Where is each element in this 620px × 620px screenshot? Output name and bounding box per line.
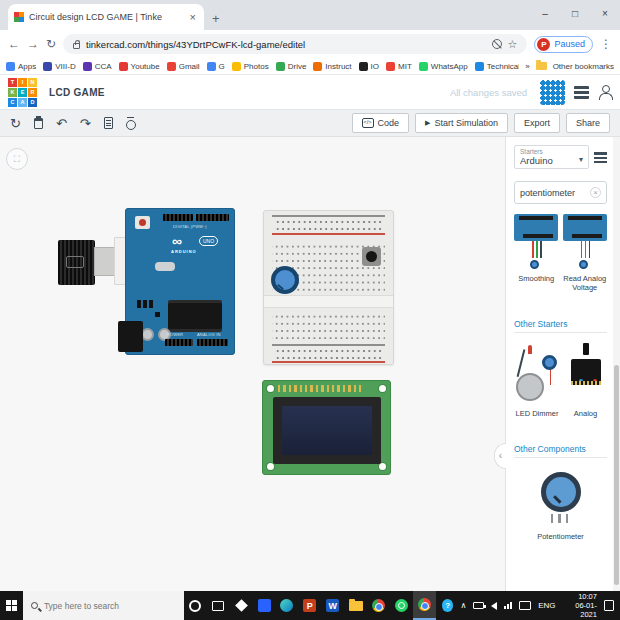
zoom-to-fit-button[interactable]: ⛶ — [6, 148, 28, 170]
tray-expand-icon[interactable]: ∧ — [460, 601, 466, 610]
other-starters-heading: Other Starters — [514, 319, 607, 333]
powerpoint-icon: P — [303, 599, 316, 612]
starter-card-led-dimmer[interactable]: LED Dimmer — [514, 343, 560, 418]
taskbar-app-edge[interactable] — [275, 591, 298, 620]
bookmark-item[interactable]: Drive — [276, 62, 307, 71]
taskbar-app-file-explorer[interactable] — [344, 591, 367, 620]
eye-off-icon[interactable] — [492, 39, 502, 49]
undo-icon[interactable]: ↶ — [56, 117, 67, 130]
rotate-icon[interactable]: ↻ — [10, 117, 21, 130]
bookmark-favicon — [119, 62, 128, 71]
bookmark-item[interactable]: Apps — [6, 62, 36, 71]
usb-cable-connector[interactable] — [58, 240, 95, 285]
profile-avatar[interactable]: P — [537, 38, 550, 51]
bookmark-item[interactable]: IO — [359, 62, 379, 71]
component-search[interactable]: × — [514, 181, 607, 204]
bookmark-favicon — [313, 62, 322, 71]
tab-close-icon[interactable]: × — [188, 11, 198, 23]
bookmark-star-icon[interactable]: ☆ — [508, 38, 518, 51]
share-button[interactable]: Share — [566, 113, 610, 133]
starter-card-read-analog[interactable]: Read Analog Voltage — [563, 214, 608, 293]
lock-icon — [73, 43, 80, 49]
help-icon[interactable]: ? — [442, 599, 454, 612]
logo-tile: C — [8, 98, 17, 107]
arduino-uno-board[interactable]: DIGITAL (PWM~) ∞ UNO ARDUINO POWER ANALO… — [125, 208, 235, 355]
taskbar-app-blue[interactable] — [253, 591, 276, 620]
start-simulation-button[interactable]: ▶ Start Simulation — [415, 113, 508, 133]
delete-icon[interactable] — [34, 118, 43, 129]
mounting-hole — [379, 463, 386, 470]
language-indicator[interactable]: ENG — [538, 601, 555, 610]
task-view-button[interactable] — [207, 591, 230, 620]
minimize-button[interactable]: – — [530, 0, 560, 30]
taskbar-search-input[interactable] — [44, 601, 176, 611]
address-bar[interactable]: tinkercad.com/things/43YDrtPCwFK-lcd-gam… — [63, 34, 527, 54]
forward-button[interactable]: → — [27, 37, 39, 51]
list-view-icon[interactable] — [594, 152, 607, 163]
bookmark-item[interactable]: TechnicalHut — [475, 62, 519, 71]
breadboard-view-button[interactable] — [540, 80, 565, 105]
taskbar-clock[interactable]: 10:07 06-01-2021 — [562, 592, 596, 619]
taskbar-app-chrome[interactable] — [367, 591, 390, 620]
battery-icon[interactable] — [473, 602, 484, 609]
taskbar-app-chrome-active[interactable] — [413, 591, 436, 620]
new-tab-button[interactable]: + — [212, 11, 220, 26]
start-button[interactable] — [0, 591, 23, 620]
starters-dropdown[interactable]: Starters Arduino ▾ — [514, 145, 589, 169]
taskbar-app-dropbox[interactable] — [230, 591, 253, 620]
refresh-button[interactable]: ↻ — [46, 37, 56, 51]
component-card-potentiometer[interactable]: Potentiometer — [514, 472, 607, 541]
lcd-16x2-component[interactable] — [262, 380, 391, 475]
usb-cable-plug[interactable] — [94, 247, 115, 276]
bookmark-item[interactable]: WhatsApp — [419, 62, 468, 71]
browser-tab[interactable]: Circuit design LCD GAME | Tinke × — [8, 4, 204, 30]
redo-icon[interactable]: ↷ — [80, 117, 91, 130]
circuit-canvas[interactable]: ⛶ DIGITAL (PWM~) ∞ UNO ARDUINO — [0, 137, 505, 591]
network-icon[interactable] — [504, 602, 512, 609]
bookmark-item[interactable]: G — [207, 62, 225, 71]
annotation-icon[interactable] — [126, 120, 136, 130]
bookmark-item[interactable]: Gmail — [167, 62, 200, 71]
bookmark-item[interactable]: MIT — [386, 62, 412, 71]
taskbar-app-powerpoint[interactable]: P — [298, 591, 321, 620]
code-button[interactable]: </> Code — [352, 113, 409, 133]
taskbar-search[interactable] — [23, 591, 184, 620]
sidebar-scrollbar[interactable] — [613, 137, 620, 591]
potentiometer-component[interactable] — [271, 266, 299, 294]
bookmark-item[interactable]: CCA — [83, 62, 112, 71]
bookmarks-overflow-icon[interactable]: » — [525, 62, 529, 71]
export-button[interactable]: Export — [514, 113, 560, 133]
potentiometer-thumbnail — [539, 472, 583, 528]
close-button[interactable]: × — [590, 0, 620, 30]
bookmark-favicon — [419, 62, 428, 71]
starter-card-smoothing[interactable]: Smoothing — [514, 214, 559, 293]
bookmark-item[interactable]: Photos — [232, 62, 269, 71]
url-text[interactable]: tinkercad.com/things/43YDrtPCwFK-lcd-gam… — [86, 39, 486, 50]
tinkercad-logo[interactable]: TINKERCAD — [8, 78, 37, 107]
robot-icon[interactable] — [598, 85, 612, 100]
browser-menu-icon[interactable]: ⋮ — [600, 37, 612, 51]
profile-paused-badge[interactable]: P Paused — [534, 36, 593, 53]
save-status: All changes saved — [450, 87, 527, 98]
taskbar-app-whatsapp[interactable] — [390, 591, 413, 620]
bookmark-item[interactable]: Instruct — [313, 62, 351, 71]
pushbutton-component[interactable] — [362, 247, 381, 266]
design-title[interactable]: LCD GAME — [49, 87, 105, 98]
touch-keyboard-icon[interactable] — [519, 601, 531, 610]
search-input[interactable] — [520, 188, 587, 198]
bookmark-label: Gmail — [179, 62, 200, 71]
components-list-icon[interactable] — [574, 86, 589, 99]
scrollbar-thumb[interactable] — [614, 365, 619, 585]
bookmark-item[interactable]: Youtube — [119, 62, 160, 71]
maximize-button[interactable]: □ — [560, 0, 590, 30]
starter-card-analog[interactable]: Analog — [564, 343, 607, 418]
back-button[interactable]: ← — [8, 37, 20, 51]
volume-icon[interactable] — [491, 602, 497, 610]
action-center-icon[interactable] — [604, 600, 614, 611]
clear-search-icon[interactable]: × — [590, 187, 601, 198]
bookmark-item[interactable]: VIII-D — [43, 62, 75, 71]
other-bookmarks-button[interactable]: Other bookmarks — [553, 62, 614, 71]
taskbar-app-opera[interactable] — [184, 591, 207, 620]
taskbar-app-word[interactable]: W — [321, 591, 344, 620]
notes-icon[interactable] — [104, 117, 113, 129]
